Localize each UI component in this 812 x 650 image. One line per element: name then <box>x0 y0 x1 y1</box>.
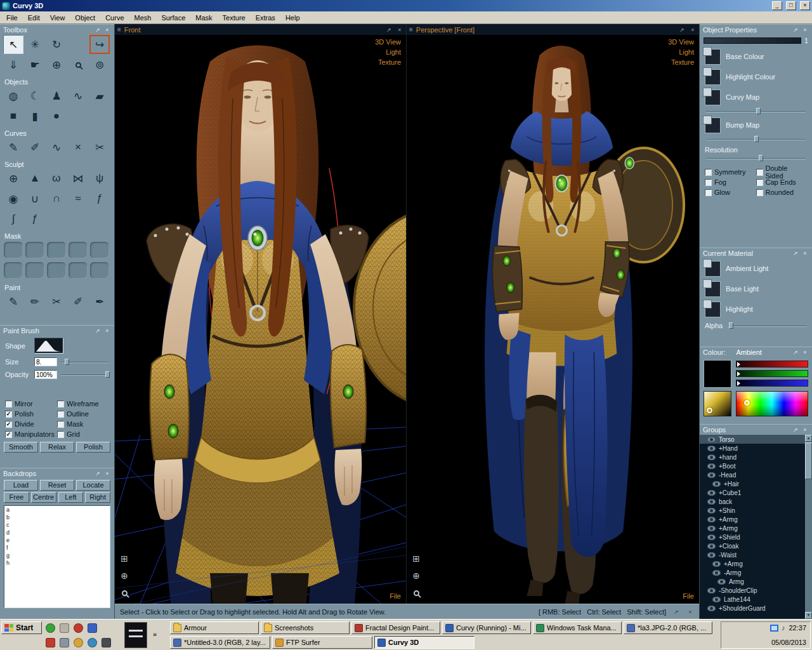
mask-slot-icon-4[interactable] <box>69 242 88 258</box>
backdrop-slot-f[interactable]: f <box>6 545 108 552</box>
backdrops-header[interactable]: Backdrops ↗ × <box>0 468 114 479</box>
group-item-shoulderclip[interactable]: -ShoulderClip <box>700 586 805 595</box>
eye-icon[interactable] <box>712 597 721 602</box>
highlight-thumbnail[interactable] <box>705 302 721 317</box>
group-item-cloak[interactable]: +Cloak <box>700 541 805 550</box>
pen-paint-icon[interactable]: ✏ <box>25 292 45 311</box>
taskbar-button-curvy-running-mi[interactable]: Curvy (Running) - Mi... <box>442 621 531 634</box>
red-channel-bar[interactable] <box>736 361 808 368</box>
file-label[interactable]: File <box>390 592 401 600</box>
object-count-track[interactable] <box>704 37 801 44</box>
slider-thumb[interactable] <box>65 359 69 365</box>
button-left[interactable]: Left <box>58 492 84 503</box>
mask-slot-icon-7[interactable] <box>25 262 44 279</box>
view-mode-link[interactable]: 3D View <box>668 37 694 47</box>
draw-curve-icon[interactable]: ✎ <box>3 138 23 157</box>
inflate-sculpt-icon[interactable]: ⊕ <box>3 169 23 188</box>
sphere-primitive-icon[interactable]: ● <box>46 107 67 126</box>
backdrop-slot-g[interactable]: g <box>6 552 108 560</box>
pin-icon[interactable]: ↗ <box>94 470 102 477</box>
group-item-lathe144[interactable]: Lathe144 <box>700 595 805 604</box>
brush-paint-icon[interactable]: ✐ <box>68 292 88 311</box>
colour-mode-label[interactable]: Ambient <box>727 348 790 356</box>
menu-item-edit[interactable]: Edit <box>23 12 45 23</box>
checkbox-fog[interactable] <box>705 179 712 186</box>
zoom-tool-icon[interactable] <box>68 55 88 74</box>
close-icon[interactable]: × <box>689 27 697 33</box>
mask-slot-icon-6[interactable] <box>4 262 23 279</box>
pin-icon[interactable]: ↗ <box>792 349 799 355</box>
pin-icon[interactable]: ↗ <box>792 427 799 433</box>
pin-icon[interactable]: ↗ <box>792 27 799 33</box>
curvy-map-slider[interactable] <box>706 107 806 115</box>
eye-icon[interactable] <box>707 508 716 514</box>
eye-icon[interactable] <box>707 446 716 451</box>
menu-item-curve[interactable]: Curve <box>100 12 129 23</box>
groups-list[interactable]: Torso+Hand+hand+Boot-Head+Hair+Cube1back… <box>700 435 805 619</box>
lathe-primitive-icon[interactable]: ♟ <box>46 86 67 105</box>
maximize-button[interactable]: □ <box>786 1 796 10</box>
checkbox-symmetry[interactable] <box>705 169 712 176</box>
bump-map-slider[interactable] <box>706 135 806 143</box>
quick-launch-overflow-chevron[interactable]: » <box>153 630 157 638</box>
mask-slot-icon-8[interactable] <box>47 262 66 279</box>
close-icon[interactable]: × <box>396 27 403 33</box>
cylinder-primitive-icon[interactable]: ▮ <box>25 107 45 126</box>
eye-icon[interactable] <box>712 561 721 567</box>
focus-tool-icon[interactable]: ⊚ <box>89 55 110 74</box>
eye-icon[interactable] <box>707 437 716 442</box>
group-item-armg[interactable]: +Armg <box>700 559 805 568</box>
mask-slot-icon-1[interactable] <box>4 242 23 258</box>
group-item-boot[interactable]: +Boot <box>700 461 805 470</box>
eye-icon[interactable] <box>712 481 721 487</box>
edit-curve-icon[interactable]: ✐ <box>25 138 45 157</box>
current-material-header[interactable]: Current Material ↗ × <box>700 248 812 258</box>
checkbox-grid[interactable] <box>57 431 64 438</box>
fork-sculpt-icon[interactable]: ψ <box>89 169 110 188</box>
falloff-sculpt-icon[interactable]: ƒ <box>89 189 110 208</box>
view-mode-link[interactable]: 3D View <box>375 37 401 47</box>
drop-tool-icon[interactable]: ⇓ <box>3 55 23 74</box>
hue-picker[interactable] <box>736 391 808 416</box>
pan-icon[interactable]: ⊞ <box>119 553 130 564</box>
quick-launch-photo-icon[interactable] <box>74 638 83 647</box>
eye-icon[interactable] <box>707 552 716 558</box>
texture-link[interactable]: Texture <box>375 57 401 67</box>
menu-item-extras[interactable]: Extras <box>251 12 280 23</box>
checkbox-polish[interactable]: ✓ <box>5 411 12 418</box>
scroll-up-button[interactable]: ▲ <box>805 435 812 442</box>
menu-item-object[interactable]: Object <box>70 12 100 23</box>
taskbar-button-fractal-design-paint[interactable]: Fractal Design Paint... <box>351 621 440 634</box>
object-properties-header[interactable]: Object Properties ↗ × <box>700 25 812 35</box>
menu-item-surface[interactable]: Surface <box>156 12 190 23</box>
brush-shape-preview[interactable] <box>34 338 63 354</box>
backdrop-slot-a[interactable]: a <box>6 507 108 514</box>
group-item-cube1[interactable]: +Cube1 <box>700 488 805 497</box>
button-right[interactable]: Right <box>85 492 110 503</box>
eye-icon[interactable] <box>707 499 716 505</box>
perspective-viewport-canvas[interactable] <box>407 35 699 604</box>
group-item-armg[interactable]: -Armg <box>700 568 805 577</box>
pin-icon[interactable]: ↗ <box>94 328 102 334</box>
slider-thumb[interactable] <box>756 108 761 114</box>
viewport-header[interactable]: ≡ Perspective [Front] ↗ × <box>407 24 699 35</box>
group-item-shield[interactable]: +Shield <box>700 533 805 541</box>
mask-slot-icon-10[interactable] <box>90 262 109 279</box>
eye-icon[interactable] <box>707 543 716 549</box>
close-icon[interactable]: × <box>686 609 694 615</box>
slider-thumb[interactable] <box>759 155 763 161</box>
eye-icon[interactable] <box>707 463 716 469</box>
quick-launch-dark-app-icon[interactable] <box>102 638 111 647</box>
texture-link[interactable]: Texture <box>668 57 694 67</box>
group-item-armg[interactable]: +Armg <box>700 524 805 533</box>
eye-icon[interactable] <box>707 526 716 531</box>
backdrop-slot-c[interactable]: c <box>6 522 108 529</box>
button-smooth[interactable]: Smooth <box>4 442 38 453</box>
eye-icon[interactable] <box>707 472 716 478</box>
close-icon[interactable]: × <box>801 349 809 355</box>
smooth-curve-icon[interactable]: ∿ <box>46 138 67 157</box>
group-item-armg[interactable]: Armg <box>700 577 805 586</box>
eye-icon[interactable] <box>707 588 716 594</box>
ridge-sculpt-icon[interactable]: ∩ <box>46 189 67 208</box>
opacity-input[interactable] <box>34 370 57 379</box>
